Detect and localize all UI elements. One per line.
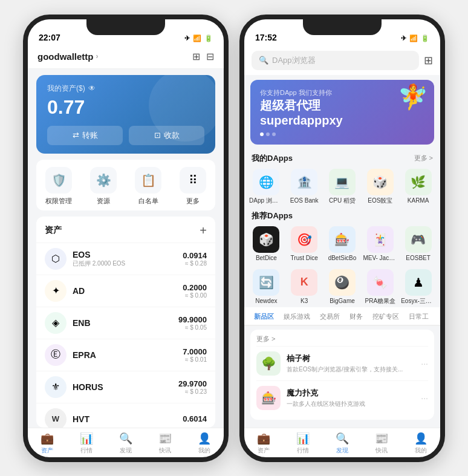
wallet-header-icons: ⊞ ⊟: [192, 51, 214, 62]
notch: [86, 19, 165, 35]
dapp-eosbank[interactable]: 🏦 EOS Bank: [287, 169, 322, 204]
search-icon: 🔍: [259, 56, 268, 65]
betdice-icon: 🎲: [253, 226, 279, 253]
horus-icon: ⚜: [45, 376, 67, 398]
asset-row-horus[interactable]: ⚜ HORUS 29.9700 ≈ $ 0.23: [36, 371, 215, 403]
assets-header: 资产 +: [36, 217, 215, 243]
eos-icon: ⬡: [45, 248, 67, 270]
airplane-icon: ✈: [184, 34, 190, 42]
my-dapps-grid: 🌐 DApp 浏览器 🏦 EOS Bank 💻 CPU 稻贷 🎲 EOS骰宝 🌿: [244, 166, 440, 207]
new-apps-more[interactable]: 更多 >: [256, 334, 275, 344]
yuzishu-more-icon: ···: [421, 359, 428, 368]
asset-amount: 0.77: [47, 96, 204, 119]
nav-r-discover[interactable]: 🔍 发现: [323, 432, 362, 455]
new-app-yuzishu[interactable]: 🌳 柚子树 首款EOS制户浏览器/搜索引擎，支持接关... ···: [256, 346, 428, 380]
grid-view-icon[interactable]: ⊞: [424, 54, 433, 67]
dapp-karma[interactable]: 🌿 KARMA: [401, 169, 435, 204]
banner-dot-2: [266, 132, 270, 136]
newdex-icon: 🔄: [253, 269, 279, 296]
banner: 你支持DApp 我们支持你 超级君代理 superdapppxy 🧚: [250, 80, 434, 145]
dapp-browser-icon: 🌐: [253, 169, 279, 195]
quick-action-whitelist[interactable]: 📋 白名单: [126, 167, 171, 206]
dapp-cpu[interactable]: 💻 CPU 稻贷: [325, 169, 360, 204]
dapp-eosbet[interactable]: 🎮 EOSBET: [401, 226, 435, 262]
dapp-pra[interactable]: 🍬 PRA糖果盒: [363, 269, 397, 305]
nav-assets[interactable]: 💼 资产: [28, 432, 67, 455]
nav-r-market[interactable]: 📊 行情: [284, 432, 323, 455]
quick-action-resources[interactable]: ⚙️ 资源: [81, 167, 126, 206]
qr-scan-icon[interactable]: ⊞: [192, 51, 200, 62]
grid-icon[interactable]: ⊟: [206, 51, 214, 62]
asset-row-ad[interactable]: ✦ AD 0.2000 ≈ $ 0.00: [36, 275, 215, 307]
discover-nav-icon: 🔍: [119, 432, 132, 445]
add-asset-button[interactable]: +: [200, 224, 207, 238]
tab-games[interactable]: 娱乐游戏: [279, 307, 315, 326]
nav-discover[interactable]: 🔍 发现: [106, 432, 146, 455]
dapp-eos-dice[interactable]: 🎲 EOS骰宝: [363, 169, 397, 204]
ad-values: 0.2000 ≈ $ 0.00: [183, 283, 207, 299]
eye-icon[interactable]: 👁: [88, 84, 96, 93]
asset-row-eos[interactable]: ⬡ EOS 已抵押 2.0000 EOS 0.0914 ≈ $ 0.28: [36, 243, 215, 275]
transfer-button[interactable]: ⇄ 转账: [47, 126, 123, 145]
profile-nav-icon: 👤: [198, 432, 211, 445]
moli-icon: 🎰: [256, 386, 281, 410]
pra-icon: 🍬: [367, 269, 394, 296]
dapp-biggame[interactable]: 🎱 BigGame: [325, 269, 360, 305]
receive-button[interactable]: ⊡ 收款: [129, 126, 204, 145]
nav-market[interactable]: 📊 行情: [67, 432, 106, 455]
asset-row-epra[interactable]: Ⓔ EPRA 7.0000 ≈ $ 0.01: [36, 339, 215, 371]
nav-r-profile[interactable]: 👤 我的: [401, 432, 440, 455]
nav-profile[interactable]: 👤 我的: [184, 432, 224, 455]
asset-row-hvt[interactable]: W HVT 0.6014: [36, 403, 215, 428]
epra-icon: Ⓔ: [45, 344, 67, 366]
wallet-name[interactable]: goodwallettp ›: [37, 51, 99, 62]
nav-news[interactable]: 📰 快讯: [145, 432, 184, 455]
new-app-moli[interactable]: 🎰 魔力扑克 一款多人在线区块链扑克游戏 ···: [256, 380, 428, 415]
nav-r-news[interactable]: 📰 快讯: [362, 432, 401, 455]
dapp-trustdice[interactable]: 🎯 Trust Dice: [287, 226, 322, 262]
transfer-icon: ⇄: [73, 131, 79, 140]
dbetsicbo-icon: 🎰: [329, 226, 356, 253]
tab-exchange[interactable]: 交易所: [315, 307, 345, 326]
horus-info: HORUS: [73, 382, 172, 392]
banner-figure: 🧚: [398, 83, 428, 111]
list-icon: 📋: [135, 167, 161, 194]
asset-buttons: ⇄ 转账 ⊡ 收款: [47, 126, 204, 145]
tab-finance[interactable]: 财务: [345, 307, 368, 326]
nav-r-assets[interactable]: 💼 资产: [244, 432, 284, 455]
dapp-dbetsicbo[interactable]: 🎰 dBetSicBo: [325, 226, 360, 262]
wallet-header: goodwallettp › ⊞ ⊟: [28, 46, 224, 69]
quick-action-more[interactable]: ⠿ 更多: [171, 167, 215, 206]
enb-icon: ◈: [45, 312, 67, 334]
biggame-icon: 🎱: [329, 269, 356, 296]
asset-row-enb[interactable]: ◈ ENB 99.9000 ≈ $ 0.05: [36, 307, 215, 339]
right-phone: 17:52 ✈ 📶 🔋 🔍 DApp浏览器 ⊞ 你支持DApp 我们支持你 超级…: [239, 15, 445, 462]
market-nav-icon-r: 📊: [296, 432, 310, 445]
moli-info: 魔力扑克 一款多人在线区块链扑克游戏: [287, 388, 415, 408]
search-input[interactable]: 🔍 DApp浏览器: [252, 51, 419, 70]
dapp-mev[interactable]: 🃏 MEV- JacksOr...: [363, 226, 397, 262]
search-bar: 🔍 DApp浏览器 ⊞: [244, 46, 440, 75]
wifi-icon: 📶: [193, 34, 201, 42]
recommended-header: 推荐DApps: [244, 207, 440, 224]
tab-daily[interactable]: 日常工: [404, 307, 434, 326]
trustdice-icon: 🎯: [291, 226, 317, 253]
dapp-newdex[interactable]: 🔄 Newdex: [249, 269, 284, 305]
my-dapps-header: 我的DApps 更多 >: [244, 149, 440, 166]
left-phone: 22:07 ✈ 📶 🔋 goodwallettp › ⊞ ⊟: [23, 15, 229, 462]
my-dapps-more[interactable]: 更多 >: [414, 154, 433, 163]
epra-values: 7.0000 ≈ $ 0.01: [183, 347, 207, 363]
quick-action-permissions[interactable]: 🛡️ 权限管理: [36, 167, 81, 206]
banner-dot-3: [272, 132, 276, 136]
dapp-betdice[interactable]: 🎲 BetDice: [249, 226, 284, 262]
dapp-k3[interactable]: K K3: [287, 269, 322, 305]
time-right: 17:52: [255, 33, 277, 42]
eosbet-icon: 🎮: [405, 226, 432, 253]
tab-mining[interactable]: 挖矿专区: [368, 307, 404, 326]
asset-label: 我的资产($) 👁: [47, 83, 204, 94]
dapp-browser[interactable]: 🌐 DApp 浏览器: [249, 169, 284, 204]
dapp-eosyx[interactable]: ♟ Eosyx-三公棋牌: [401, 269, 435, 305]
new-apps-section: 更多 > 🌳 柚子树 首款EOS制户浏览器/搜索引擎，支持接关... ··· 🎰…: [250, 330, 434, 420]
tab-new[interactable]: 新品区: [249, 307, 279, 326]
eosyx-icon: ♟: [405, 269, 432, 296]
